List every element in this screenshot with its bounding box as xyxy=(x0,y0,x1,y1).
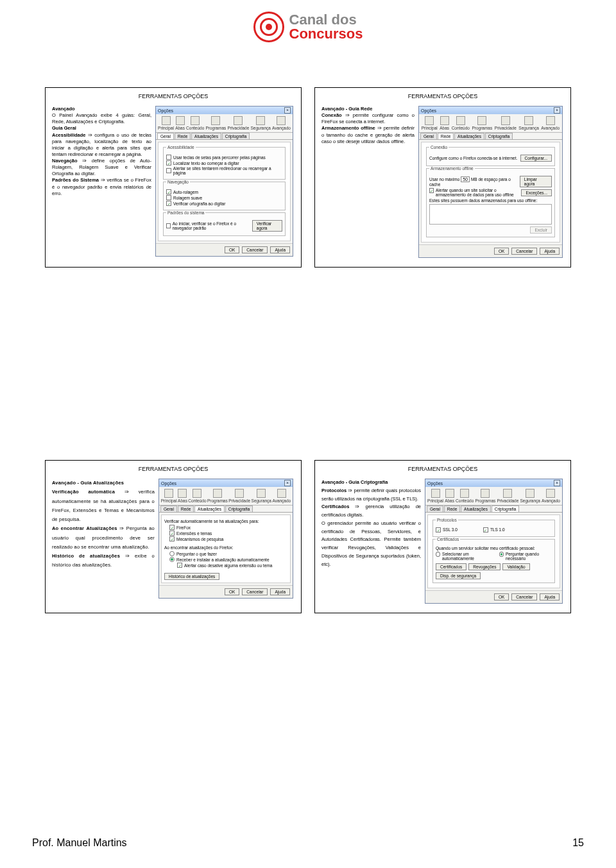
remove-button: Excluir xyxy=(530,226,552,234)
tab-geral[interactable]: Geral xyxy=(420,133,437,139)
help-button[interactable]: Ajuda xyxy=(540,248,560,255)
chk-warn-disable[interactable]: ✓ xyxy=(177,563,182,568)
cert-button[interactable]: Certificados xyxy=(436,563,466,570)
secdev-button[interactable]: Disp. de segurança xyxy=(436,572,481,579)
target-icon xyxy=(253,12,284,42)
offline-sites-list[interactable] xyxy=(429,204,552,225)
chk-update-ext[interactable]: ✓ xyxy=(169,531,175,536)
ok-button[interactable]: OK xyxy=(225,588,239,595)
options-window-rede: Opções× Principal Abas Conteúdo Programa… xyxy=(418,106,563,258)
cancel-button[interactable]: Cancelar xyxy=(242,588,268,595)
tab-rede[interactable]: Rede xyxy=(438,133,454,139)
rad-auto-cert[interactable] xyxy=(436,552,440,557)
tb-seguranca[interactable]: Segurança xyxy=(251,116,271,130)
cache-size-input[interactable]: 50 xyxy=(461,176,470,182)
fs-navegacao: Navegação ✓Auto-rolagem Rolagem suave ✓V… xyxy=(163,182,286,210)
chk-autoscroll[interactable]: ✓ xyxy=(166,189,171,194)
history-button[interactable]: Histórico de atualizações xyxy=(164,573,219,580)
tab-criptografia[interactable]: Criptografia xyxy=(492,506,520,512)
tb-abas[interactable]: Abas xyxy=(175,116,185,130)
chk-tls[interactable]: ✓ xyxy=(483,527,488,532)
options-window-criptografia: Opções× Principal Abas Conteúdo Programa… xyxy=(425,479,563,604)
tab-geral[interactable]: Geral xyxy=(157,133,174,139)
brand-line2: Concursos xyxy=(289,27,363,41)
close-icon[interactable]: × xyxy=(284,480,291,486)
help-button[interactable]: Ajuda xyxy=(270,246,290,253)
slide-title: FERRAMENTAS OPÇÕES xyxy=(318,463,568,479)
slides-row-2: FERRAMENTAS OPÇÕES Avançado - Guia Atual… xyxy=(0,460,616,613)
tab-rede[interactable]: Rede xyxy=(175,133,191,139)
help-button[interactable]: Ajuda xyxy=(270,588,290,595)
tb-privacidade[interactable]: Privacidade xyxy=(227,116,249,130)
tab-criptografia[interactable]: Criptografia xyxy=(485,133,513,139)
tab-criptografia[interactable]: Criptografia xyxy=(222,133,250,139)
footer-page: 15 xyxy=(572,837,584,849)
slide2-text: Avançado - Guia Rede Conexão ⇒ permite c… xyxy=(321,106,415,258)
slide-avancado-rede: FERRAMENTAS OPÇÕES Avançado - Guia Rede … xyxy=(314,87,571,268)
ok-button[interactable]: OK xyxy=(494,593,509,600)
fs-padroes-sistema: Padrões do sistema Ao iniciar, verificar… xyxy=(163,212,286,236)
tb-programas[interactable]: Programas xyxy=(205,116,226,130)
tab-atualizacoes[interactable]: Atualizações xyxy=(191,133,221,139)
chk-update-firefox[interactable]: ✓ xyxy=(169,525,175,530)
chk-default-browser[interactable] xyxy=(166,223,171,228)
options-toolbar: Principal Abas Conteúdo Programas Privac… xyxy=(156,114,293,133)
fs-offline: Armazenamento offline Usar no máximo 50 … xyxy=(426,168,555,237)
options-window-atualizacoes: Opções× Principal Abas Conteúdo Programa… xyxy=(158,479,293,599)
tab-atualizacoes[interactable]: Atualizações xyxy=(194,506,225,512)
slide-avancado-criptografia: FERRAMENTAS OPÇÕES Avançado - Guia Cript… xyxy=(314,460,571,613)
fs-conexao: Conexão Configure como o Firefox conecta… xyxy=(426,147,555,166)
close-icon[interactable]: × xyxy=(554,107,560,114)
slide3-text: Avançado - Guia Atualizações Verificação… xyxy=(52,479,155,599)
tb-principal[interactable]: Principal xyxy=(158,116,174,130)
chk-alert-redirect[interactable] xyxy=(166,168,171,173)
tb-conteudo[interactable]: Conteúdo xyxy=(186,116,204,130)
cancel-button[interactable]: Cancelar xyxy=(242,246,268,253)
cancel-button[interactable]: Cancelar xyxy=(511,248,537,255)
slide-title: FERRAMENTAS OPÇÕES xyxy=(48,90,298,106)
close-icon[interactable]: × xyxy=(554,480,560,486)
chk-offline-alert[interactable]: ✓ xyxy=(429,188,434,193)
window-title: Opções xyxy=(161,481,176,486)
close-icon[interactable]: × xyxy=(284,107,291,114)
chk-arrow-keys[interactable] xyxy=(166,155,171,160)
brand-logo: Canal dos Concursos xyxy=(253,12,363,42)
chk-update-search[interactable]: ✓ xyxy=(169,536,175,541)
rad-ask[interactable] xyxy=(169,551,175,556)
clear-now-button[interactable]: Limpar agora xyxy=(520,176,552,187)
footer-author: Prof. Manuel Martins xyxy=(32,837,127,849)
cancel-button[interactable]: Cancelar xyxy=(511,593,537,600)
chk-smoothscroll[interactable] xyxy=(166,195,171,200)
fs-acessibilidade: Acessibilidade Usar teclas de setas para… xyxy=(163,147,286,180)
verify-now-button[interactable]: Verificar agora xyxy=(252,220,282,232)
tab-geral[interactable]: Geral xyxy=(160,506,177,512)
tab-atualizacoes[interactable]: Atualizações xyxy=(461,506,491,512)
rad-auto[interactable] xyxy=(169,557,175,562)
brand-line1: Canal dos xyxy=(289,13,363,27)
tb-avancado[interactable]: Avançado xyxy=(272,116,291,130)
slide-title: FERRAMENTAS OPÇÕES xyxy=(48,463,298,479)
options-window-geral: Opções× Principal Abas Conteúdo Programa… xyxy=(155,106,293,257)
chk-ssl[interactable]: ✓ xyxy=(436,527,441,532)
tab-criptografia[interactable]: Criptografia xyxy=(225,506,253,512)
tab-atualizacoes[interactable]: Atualizações xyxy=(454,133,484,139)
rad-ask-cert[interactable] xyxy=(499,552,504,557)
chk-find-as-type[interactable]: ✓ xyxy=(166,160,171,166)
configure-button[interactable]: Configurar... xyxy=(520,155,552,162)
slide1-text: Avançado O Painel Avançado exibe 4 guias… xyxy=(52,106,151,257)
window-title: Opções xyxy=(158,108,173,113)
ok-button[interactable]: OK xyxy=(225,246,239,253)
revog-button[interactable]: Revogações xyxy=(468,563,501,570)
chk-spellcheck[interactable]: ✓ xyxy=(166,201,171,206)
tab-geral[interactable]: Geral xyxy=(427,506,443,512)
help-button[interactable]: Ajuda xyxy=(540,593,560,600)
slide-title: FERRAMENTAS OPÇÕES xyxy=(318,90,568,106)
ok-button[interactable]: OK xyxy=(494,248,509,255)
slide4-text: Avançado - Guia Criptografia Protocolos … xyxy=(321,479,421,604)
valid-button[interactable]: Validação xyxy=(502,563,529,570)
tab-rede[interactable]: Rede xyxy=(178,506,194,512)
exceptions-button[interactable]: Exceções... xyxy=(521,189,552,196)
slide-avancado-atualizacoes: FERRAMENTAS OPÇÕES Avançado - Guia Atual… xyxy=(45,460,302,613)
tab-rede[interactable]: Rede xyxy=(444,506,461,512)
slides-row-1: FERRAMENTAS OPÇÕES Avançado O Painel Ava… xyxy=(0,87,616,268)
